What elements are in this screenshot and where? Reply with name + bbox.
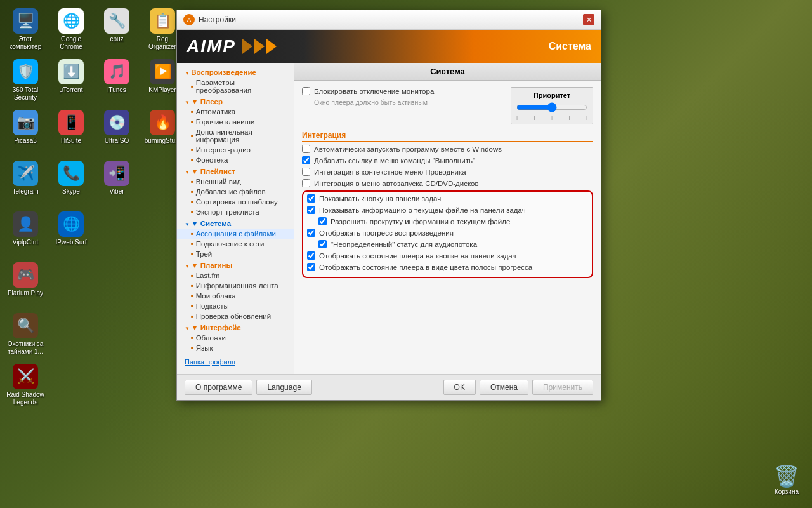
monitor-sublabel: Окно плеера должно быть активным [314, 98, 511, 106]
desktop-icon-chrome[interactable]: 🌐Google Chrome [49, 3, 93, 53]
aimp-arrows [242, 39, 277, 54]
monitor-checkbox[interactable] [302, 87, 310, 95]
nav-automatics[interactable]: Автоматика [177, 107, 294, 117]
arrow-1 [242, 39, 252, 54]
checkbox-label-highlighted-show_taskbar_btn: Показывать кнопку на панели задач [319, 195, 441, 203]
desktop-icon-utorrent[interactable]: ⬇️μTorrent [49, 54, 93, 104]
checkbox-autorun_menu[interactable] [302, 179, 310, 187]
desktop-icon-picasa[interactable]: 📷Picasa3 [3, 105, 48, 154]
nav-sort-template[interactable]: Сортировка по шаблону [177, 197, 294, 207]
footer-right-buttons: OK Отмена Применить [443, 380, 593, 395]
about-button[interactable]: О программе [185, 380, 252, 395]
nav-extra-info[interactable]: Дополнительная информация [177, 127, 294, 145]
nav-hotkeys[interactable]: Горячие клавиши [177, 117, 294, 127]
nav-player[interactable]: ▼ Плеер [177, 95, 294, 107]
nav-lastfm[interactable]: Last.fm [177, 271, 294, 281]
desktop-icon-image-kmplayer: ▶️ [150, 59, 175, 84]
nav-playlist[interactable]: ▼ Плейлист [177, 165, 294, 177]
desktop-icon-ipweb[interactable]: 🌐IPweb Surf [49, 206, 93, 256]
aimp-logo-small: A [183, 14, 195, 25]
checkbox-label-context_menu: Интеграция в контекстное меню Проводника [314, 168, 466, 176]
nav-interface[interactable]: ▼ Интерфейс [177, 321, 294, 333]
desktop-icon-image-ipweb: 🌐 [58, 211, 84, 237]
checkbox-highlighted-show_taskbar_btn[interactable] [307, 194, 315, 203]
nav-profile-folder[interactable]: Папка профиля [177, 353, 294, 371]
highlighted-item-show_state_btn: Отображать состояние плеера на кнопке на… [307, 251, 588, 260]
checkbox-highlighted-show_progress[interactable] [307, 229, 315, 237]
nav-export-tracklist[interactable]: Экспорт треклиста [177, 207, 294, 217]
dialog-close-button[interactable]: ✕ [583, 14, 594, 25]
nav-covers[interactable]: Обложки [177, 333, 294, 343]
checkbox-label-add_link: Добавить ссылку в меню команды "Выполнит… [314, 157, 475, 164]
nav-plugins[interactable]: ▼ Плагины [177, 259, 294, 271]
ok-button[interactable]: OK [443, 380, 476, 395]
checkbox-highlighted-allow_scroll[interactable] [318, 217, 327, 225]
recycle-bin-icon[interactable]: 🗑️ Корзина [774, 464, 799, 495]
desktop-icon-image-360sec: 🛡️ [13, 59, 38, 84]
desktop-icon-image-telegram: ✈️ [13, 161, 38, 186]
desktop-icon-image-hisuite: 📱 [58, 110, 84, 135]
cancel-button[interactable]: Отмена [480, 380, 528, 395]
desktop-icon-skype[interactable]: 📞Skype [49, 156, 93, 205]
nav-appearance[interactable]: Внешний вид [177, 177, 294, 187]
desktop-icon-ultraiso[interactable]: 💿UltraISO [95, 105, 139, 154]
priority-block: Приоритет ||||| [511, 87, 593, 124]
nav-my-cloud[interactable]: Мои облака [177, 291, 294, 301]
desktop-icon-computer[interactable]: 🖥️Этот компьютер [3, 3, 48, 53]
apply-button[interactable]: Применить [532, 380, 593, 395]
checkbox-highlighted-show_state_btn[interactable] [307, 251, 315, 260]
checkbox-highlighted-indeterminate_status[interactable] [318, 240, 327, 248]
nav-language[interactable]: Язык [177, 343, 294, 353]
nav-tray[interactable]: Трей [177, 249, 294, 259]
checkbox-add_link[interactable] [302, 156, 310, 164]
desktop-icon-hisuite[interactable]: 📱HiSuite [49, 105, 93, 154]
highlighted-item-indeterminate_status: "Неопределенный" статус для аудиопотока [318, 240, 588, 248]
highlighted-item-show_state_color: Отображать состояние плеера в виде цвета… [307, 263, 588, 271]
highlighted-item-show_progress: Отображать прогресс воспроизведения [307, 229, 588, 237]
priority-section: Блокировать отключение монитора Окно пле… [302, 87, 593, 124]
checkbox-context_menu[interactable] [302, 168, 310, 176]
nav-podcasts[interactable]: Подкасты [177, 301, 294, 311]
desktop-icon-360sec[interactable]: 🛡️360 Total Security [3, 54, 48, 104]
content-title: Система [294, 63, 601, 81]
nav-network[interactable]: Подключение к сети [177, 239, 294, 249]
desktop-icon-label-hisuite: HiSuite [61, 137, 81, 145]
nav-check-updates[interactable]: Проверка обновлений [177, 311, 294, 321]
highlighted-group: Показывать кнопку на панели задачПоказыв… [302, 190, 593, 278]
desktop-icon-label-chrome: Google Chrome [51, 36, 92, 51]
checkbox-label-highlighted-show_file_info: Показывать информацию о текущем файле на… [319, 206, 526, 214]
nav-internet-radio[interactable]: Интернет-радио [177, 145, 294, 155]
desktop-icon-image-computer: 🖥️ [13, 8, 38, 34]
checkbox-autostart[interactable] [302, 145, 310, 153]
desktop-icon-plarium[interactable]: 🎮Plarium Play [3, 257, 48, 307]
nav-playback[interactable]: Воспроизведение [177, 66, 294, 77]
desktop-icon-image-itunes: 🎵 [104, 59, 129, 84]
aimp-logo-text: AIMP [187, 36, 236, 57]
nav-add-files[interactable]: Добавление файлов [177, 187, 294, 197]
checkbox-label-highlighted-allow_scroll: Разрешить прокрутку информации о текущем… [331, 218, 510, 225]
priority-slider[interactable] [516, 102, 587, 112]
nav-conversion[interactable]: Параметры преобразования [177, 77, 294, 95]
desktop-icon-viplpcint[interactable]: 👤ViplpCInt [3, 206, 48, 256]
desktop-icon-cpuz[interactable]: 🔧cpuz [95, 3, 139, 53]
desktop-icon-label-skype: Skype [62, 188, 80, 196]
desktop-icon-telegram[interactable]: ✈️Telegram [3, 156, 48, 205]
desktop-icons: 🖥️Этот компьютер🌐Google Chrome🔧cpuz📋Reg … [0, 0, 171, 495]
desktop-icon-itunes[interactable]: 🎵iTunes [95, 54, 139, 104]
desktop-icon-image-burning: 🔥 [150, 110, 175, 135]
desktop-icon-viber[interactable]: 📲Viber [95, 156, 139, 205]
nav-info-tape[interactable]: Информационная лента [177, 281, 294, 291]
checkbox-label-highlighted-show_state_btn: Отображать состояние плеера на кнопке на… [319, 252, 516, 260]
nav-phonoteka[interactable]: Фонотека [177, 155, 294, 165]
desktop-icon-hunters[interactable]: 🔍Охотники за тайнами 1... [3, 308, 48, 358]
desktop-icon-rsl[interactable]: ⚔️Raid Shadow Legends [3, 359, 48, 408]
language-button[interactable]: Language [256, 380, 311, 395]
desktop-icon-image-rsl: ⚔️ [13, 364, 38, 389]
checkbox-label-autostart: Автоматически запускать программу вместе… [314, 145, 502, 153]
checkbox-highlighted-show_file_info[interactable] [307, 206, 315, 214]
nav-system[interactable]: ▼ Система [177, 217, 294, 229]
desktop-icon-image-hunters: 🔍 [13, 313, 38, 338]
desktop-icon-label-picasa: Picasa3 [14, 137, 37, 145]
nav-file-assoc[interactable]: Ассоциация с файлами [177, 229, 294, 239]
checkbox-highlighted-show_state_color[interactable] [307, 263, 315, 271]
